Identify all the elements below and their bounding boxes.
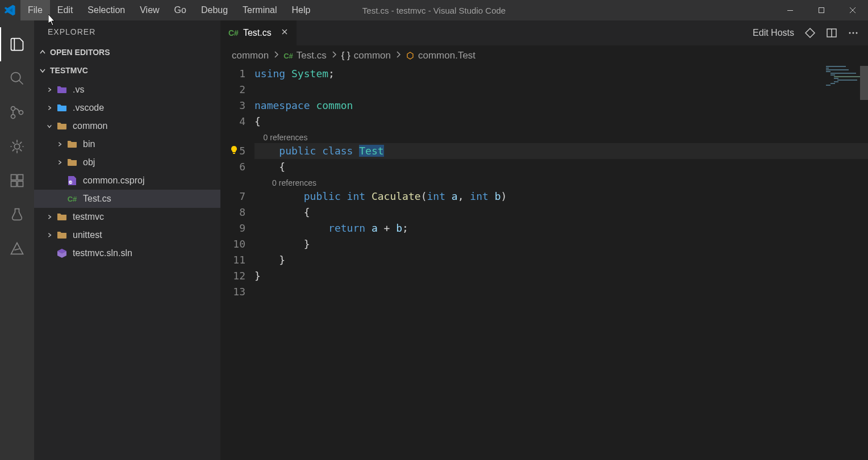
more-actions-icon[interactable] [848,27,859,39]
chevron-icon [45,214,53,220]
code-line-13[interactable] [254,284,868,300]
tree-item-label: unittest [73,230,102,240]
tree-item-label: testmvc.sln.sln [73,248,132,258]
maximize-button[interactable] [806,0,837,20]
sidebar-title: EXPLORER [34,20,220,43]
svg-rect-9 [11,181,16,186]
tree-item--vscode[interactable]: .vscode [34,99,220,117]
code-line-7[interactable]: public int Caculate(int a, int b) [254,189,868,204]
folder-icon [56,83,68,96]
split-editor-icon[interactable] [826,27,837,39]
tree-item-unittest[interactable]: unittest [34,226,220,244]
chevron-icon [56,141,64,147]
breadcrumb-Test-cs[interactable]: C#Test.cs [283,50,327,61]
window-controls [774,0,868,20]
search-view-icon[interactable] [0,61,34,95]
code-line-3[interactable]: namespace common [254,98,868,114]
menu-view[interactable]: View [132,0,166,20]
breadcrumb-separator-icon [331,50,337,61]
menu-selection[interactable]: Selection [80,0,132,20]
codelens[interactable]: 0 references [254,129,868,143]
minimize-button[interactable] [774,0,806,20]
close-tab-icon[interactable] [281,28,289,38]
code-line-2[interactable] [254,82,868,98]
svg-rect-1 [819,8,824,13]
tab-test-cs[interactable]: C# Test.cs [220,20,297,45]
lightbulb-icon[interactable] [229,143,241,154]
code-line-10[interactable]: } [254,236,868,252]
diff-icon[interactable] [804,27,816,39]
title-bar: FileEditSelectionViewGoDebugTerminalHelp… [0,0,868,20]
edit-hosts-action[interactable]: Edit Hosts [753,28,794,38]
menu-file[interactable]: File [20,0,50,20]
file-icon: c# [66,174,78,187]
code-line-12[interactable]: } [254,268,868,284]
chevron-icon [47,122,52,130]
menu-help[interactable]: Help [285,0,318,20]
folder-icon [56,211,68,223]
menu-bar: FileEditSelectionViewGoDebugTerminalHelp [20,0,318,20]
minimap[interactable] [826,66,860,123]
chevron-right-icon [39,48,47,56]
code-line-8[interactable]: { [254,204,868,220]
tree-item-label: bin [83,139,95,149]
svg-rect-8 [18,175,23,180]
tab-label: Test.cs [243,28,272,38]
main-area: EXPLORER OPEN EDITORS TESTMVC .vs.vscode… [0,20,868,460]
code-content[interactable]: using System;namespace common{ 0 referen… [254,66,868,460]
breadcrumb-common[interactable]: { }common [341,50,391,61]
svg-point-15 [853,32,854,34]
test-explorer-icon[interactable] [0,198,34,232]
chevron-icon [45,87,53,93]
code-line-1[interactable]: using System; [254,66,868,82]
tree-item--vs[interactable]: .vs [34,81,220,99]
folder-icon [56,120,68,132]
code-line-6[interactable]: { [254,159,868,175]
tree-item-bin[interactable]: bin [34,135,220,153]
code-line-11[interactable]: } [254,252,868,268]
code-line-4[interactable]: { [254,114,868,129]
activity-bar [0,20,34,460]
code-line-9[interactable]: return a + b; [254,220,868,236]
tree-item-testmvc-sln-sln[interactable]: testmvc.sln.sln [34,244,220,262]
folder-icon [56,229,68,241]
chevron-icon [45,105,53,111]
tree-item-Test-cs[interactable]: C#Test.cs [34,190,220,208]
breadcrumbs[interactable]: commonC#Test.cs{ }commoncommon.Test [220,45,868,66]
close-button[interactable] [837,0,868,20]
code-line-5[interactable]: public class Test [254,143,868,159]
codelens[interactable]: 0 references [254,175,868,189]
csharp-file-icon: C# [228,28,239,37]
menu-terminal[interactable]: Terminal [235,0,284,20]
project-section[interactable]: TESTMVC [34,61,220,80]
tree-item-common[interactable]: common [34,117,220,135]
explorer-view-icon[interactable] [0,27,34,61]
menu-debug[interactable]: Debug [194,0,235,20]
editor-group: C# Test.cs Edit Hosts commonC#Test.cs [220,20,868,460]
azure-icon[interactable] [0,232,34,266]
tree-item-label: common [73,121,107,131]
debug-view-icon[interactable] [0,129,34,164]
tree-item-label: obj [83,157,95,168]
svg-text:c#: c# [69,181,72,184]
menu-edit[interactable]: Edit [50,0,81,20]
vertical-scrollbar[interactable] [860,66,868,100]
open-editors-section[interactable]: OPEN EDITORS [34,43,220,61]
svg-rect-7 [11,175,16,180]
tree-item-common-csproj[interactable]: c#common.csproj [34,172,220,190]
menu-go[interactable]: Go [167,0,194,20]
folder-icon [66,156,78,169]
extensions-view-icon[interactable] [0,164,34,198]
code-editor[interactable]: 12345678910111213 using System;namespace… [220,66,868,460]
tree-item-testmvc[interactable]: testmvc [34,208,220,226]
line-gutter: 12345678910111213 [220,66,254,460]
tree-item-obj[interactable]: obj [34,153,220,172]
source-control-icon[interactable] [0,95,34,129]
chevron-down-icon [39,66,47,74]
file-icon [56,247,68,260]
tab-actions: Edit Hosts [753,20,868,45]
breadcrumb-common-Test[interactable]: common.Test [406,50,475,61]
breadcrumb-separator-icon [273,50,279,61]
breadcrumb-common[interactable]: common [232,50,269,61]
svg-rect-0 [787,10,793,11]
